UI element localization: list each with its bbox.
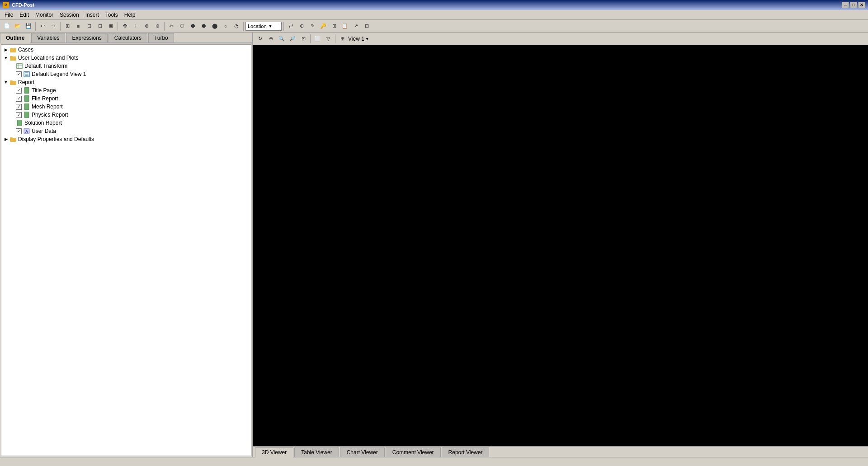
tree-item-report[interactable]: Report bbox=[1, 78, 251, 86]
undo-button[interactable]: ↩ bbox=[38, 21, 47, 31]
tree-icon-default-transform bbox=[16, 62, 23, 70]
tb-icon-22[interactable]: 📋 bbox=[340, 21, 350, 31]
tab-outline[interactable]: Outline bbox=[0, 33, 30, 43]
tree-arrow-display-props[interactable] bbox=[3, 137, 9, 142]
tb-icon-12[interactable]: ⬢ bbox=[188, 21, 198, 31]
tree-arrow-physics-report[interactable] bbox=[9, 112, 15, 118]
tree-icon-title-page bbox=[23, 87, 30, 94]
save-button[interactable]: 💾 bbox=[24, 21, 33, 31]
tb-icon-3[interactable]: ⊡ bbox=[84, 21, 94, 31]
tree-item-display-props[interactable]: Display Properties and Defaults bbox=[1, 135, 251, 143]
tb-icon-2[interactable]: ≡ bbox=[73, 21, 83, 31]
tb-icon-4[interactable]: ⊟ bbox=[95, 21, 105, 31]
menu-monitor[interactable]: Monitor bbox=[33, 11, 56, 19]
tree-item-default-legend[interactable]: Default Legend View 1 bbox=[1, 70, 251, 78]
bottom-tab-comment-viewer[interactable]: Comment Viewer bbox=[386, 447, 441, 457]
bottom-tab-table-viewer[interactable]: Table Viewer bbox=[294, 447, 339, 457]
tree-item-physics-report[interactable]: Physics Report bbox=[1, 111, 251, 119]
tb-icon-17[interactable]: ⇄ bbox=[286, 21, 296, 31]
tree-label-file-report: File Report bbox=[32, 95, 58, 102]
bottom-tab-report-viewer[interactable]: Report Viewer bbox=[442, 447, 490, 457]
tree-item-solution-report[interactable]: Solution Report bbox=[1, 119, 251, 127]
tb-icon-18[interactable]: ⊕ bbox=[297, 21, 307, 31]
tb-icon-16[interactable]: ◔ bbox=[231, 21, 241, 31]
tree-label-physics-report: Physics Report bbox=[32, 112, 68, 118]
tree-item-user-data[interactable]: AUser Data bbox=[1, 127, 251, 135]
view-tb-btn-3[interactable]: 🔍 bbox=[277, 34, 287, 44]
tree-item-default-transform[interactable]: Default Transform bbox=[1, 62, 251, 70]
menu-tools[interactable]: Tools bbox=[103, 11, 121, 19]
tree-checkbox-default-legend[interactable] bbox=[16, 71, 22, 77]
menu-insert[interactable]: Insert bbox=[83, 11, 102, 19]
tree-arrow-user-data[interactable] bbox=[9, 128, 15, 134]
view-tb-btn-8[interactable]: ⊞ bbox=[337, 34, 347, 44]
open-button[interactable]: 📂 bbox=[13, 21, 23, 31]
tb-icon-19[interactable]: ✎ bbox=[307, 21, 317, 31]
tree-panel[interactable]: CasesUser Locations and PlotsDefault Tra… bbox=[1, 44, 251, 456]
tree-item-user-locations[interactable]: User Locations and Plots bbox=[1, 54, 251, 62]
tree-arrow-mesh-report[interactable] bbox=[9, 104, 15, 109]
tb-icon-24[interactable]: ⊡ bbox=[362, 21, 372, 31]
tb-icon-6[interactable]: ✤ bbox=[120, 21, 130, 31]
menu-session[interactable]: Session bbox=[57, 11, 82, 19]
tree-label-mesh-report: Mesh Report bbox=[32, 104, 63, 110]
maximize-button[interactable]: □ bbox=[850, 2, 857, 8]
tree-item-cases[interactable]: Cases bbox=[1, 46, 251, 54]
tb-icon-7[interactable]: ⊹ bbox=[131, 21, 141, 31]
tb-icon-11[interactable]: ⬡ bbox=[177, 21, 187, 31]
tb-icon-10[interactable]: ✂ bbox=[166, 21, 176, 31]
close-button[interactable]: ✕ bbox=[858, 2, 865, 8]
svg-text:A: A bbox=[25, 129, 28, 134]
tree-item-title-page[interactable]: Title Page bbox=[1, 86, 251, 94]
location-dropdown[interactable]: Location ▼ bbox=[245, 22, 282, 31]
minimize-button[interactable]: ─ bbox=[842, 2, 849, 8]
tab-variables[interactable]: Variables bbox=[31, 33, 65, 42]
new-button[interactable]: 📄 bbox=[2, 21, 12, 31]
tab-expressions[interactable]: Expressions bbox=[66, 33, 107, 42]
tree-item-file-report[interactable]: File Report bbox=[1, 94, 251, 103]
view-tb-btn-1[interactable]: ↻ bbox=[255, 34, 265, 44]
tb-icon-5[interactable]: ⊠ bbox=[106, 21, 116, 31]
tree-arrow-file-report[interactable] bbox=[9, 96, 15, 101]
view-tb-btn-4[interactable]: 🔎 bbox=[288, 34, 297, 44]
tree-icon-user-locations bbox=[9, 54, 17, 61]
tab-turbo[interactable]: Turbo bbox=[148, 33, 174, 42]
menu-help[interactable]: Help bbox=[122, 11, 138, 19]
menu-edit[interactable]: Edit bbox=[17, 11, 32, 19]
tree-label-report: Report bbox=[18, 79, 34, 85]
bottom-tab-3d-viewer[interactable]: 3D Viewer bbox=[255, 447, 293, 458]
view-tb-btn-2[interactable]: ⊕ bbox=[266, 34, 276, 44]
tree-arrow-report[interactable] bbox=[3, 80, 9, 85]
tree-checkbox-physics-report[interactable] bbox=[16, 112, 22, 118]
redo-button[interactable]: ↪ bbox=[48, 21, 58, 31]
tb-icon-14[interactable]: ⬤ bbox=[210, 21, 220, 31]
tb-icon-8[interactable]: ⊛ bbox=[142, 21, 151, 31]
tb-icon-21[interactable]: ⊞ bbox=[329, 21, 339, 31]
toolbar-separator-2 bbox=[60, 22, 61, 31]
tb-icon-23[interactable]: ↗ bbox=[351, 21, 361, 31]
view-tb-btn-5[interactable]: ⊡ bbox=[298, 34, 308, 44]
bottom-tab-chart-viewer[interactable]: Chart Viewer bbox=[340, 447, 385, 457]
tree-arrow-solution-report[interactable] bbox=[9, 120, 15, 126]
tree-icon-cases bbox=[9, 46, 17, 53]
tb-icon-20[interactable]: 🔑 bbox=[318, 21, 328, 31]
tree-arrow-cases[interactable] bbox=[3, 47, 9, 52]
tree-checkbox-user-data[interactable] bbox=[16, 128, 22, 134]
tree-checkbox-mesh-report[interactable] bbox=[16, 104, 22, 110]
tree-arrow-default-legend[interactable] bbox=[9, 71, 15, 77]
tb-icon-15[interactable]: ○ bbox=[221, 21, 231, 31]
menu-file[interactable]: File bbox=[2, 11, 16, 19]
tree-checkbox-title-page[interactable] bbox=[16, 88, 22, 94]
tree-arrow-default-transform[interactable] bbox=[9, 63, 15, 69]
tab-calculators[interactable]: Calculators bbox=[108, 33, 147, 42]
view-tb-btn-6[interactable]: ⬜ bbox=[312, 34, 322, 44]
view-tb-btn-7[interactable]: ▽ bbox=[323, 34, 333, 44]
tree-checkbox-file-report[interactable] bbox=[16, 96, 22, 102]
tb-icon-9[interactable]: ⊗ bbox=[152, 21, 162, 31]
tree-arrow-title-page[interactable] bbox=[9, 88, 15, 93]
tree-item-mesh-report[interactable]: Mesh Report bbox=[1, 103, 251, 111]
tree-arrow-user-locations[interactable] bbox=[3, 55, 9, 61]
tb-icon-13[interactable]: ⬣ bbox=[199, 21, 209, 31]
svg-rect-21 bbox=[17, 120, 22, 126]
tb-icon-1[interactable]: ⊞ bbox=[62, 21, 72, 31]
